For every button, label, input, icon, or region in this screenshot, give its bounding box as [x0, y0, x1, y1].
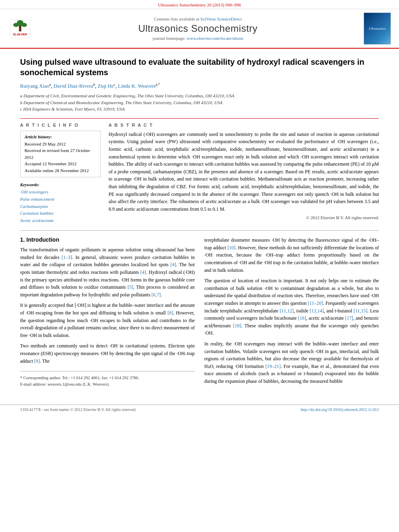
ref-17[interactable]: [17]: [345, 315, 353, 321]
keyword-5: Acetic acid/acetate: [20, 217, 101, 224]
svg-text:ELSEVIER: ELSEVIER: [13, 33, 27, 36]
elsevier-logo-icon: ELSEVIER: [8, 18, 32, 40]
ref-8[interactable]: [8]: [167, 310, 173, 316]
intro-para-3: Two methods are commonly used to detect …: [20, 342, 195, 365]
right-para-2: The question of location of reaction is …: [204, 277, 379, 337]
sciverse-line: Contents lists available at SciVerse Sci…: [32, 16, 364, 21]
available-date: Available online 28 November 2012: [25, 167, 96, 174]
abstract-label: A B S T R A C T: [109, 123, 379, 127]
journal-center: Contents lists available at SciVerse Sci…: [32, 16, 364, 41]
homepage-link[interactable]: www.elsevier.com/locate/ultson: [187, 36, 243, 41]
keyword-1: ·OH scavengers: [20, 189, 101, 196]
intro-para-1: The transformation of organic pollutants…: [20, 246, 195, 298]
journal-ref-text: Ultrasonics Sonochemistry 20 (2013) 990–…: [158, 2, 241, 7]
footnote-corresponding: * Corresponding author. Tel.: +1 614 292…: [20, 375, 195, 381]
ref-11-20[interactable]: [11–20]: [308, 300, 323, 306]
journal-thumbnail: Ultrasonics: [364, 12, 391, 45]
ref-11-15[interactable]: [11,15]: [354, 308, 368, 314]
doi-line[interactable]: http://dx.doi.org/10.1016/j.ultsonch.201…: [301, 407, 379, 412]
right-para-1: terephthalate dosimeter measures ·OH by …: [204, 236, 379, 274]
journal-header: ELSEVIER Contents lists available at Sci…: [0, 9, 399, 49]
affil-c: c HSA Engineers & Scientists, Fort Myers…: [20, 106, 379, 113]
sciverse-link[interactable]: SciVerse ScienceDirect: [200, 16, 242, 21]
main-content: Using pulsed wave ultrasound to evaluate…: [0, 49, 399, 401]
ref-10[interactable]: [10]: [227, 245, 235, 251]
journal-reference-bar: Ultrasonics Sonochemistry 20 (2013) 990–…: [0, 0, 399, 9]
bottom-bar: 1350-4177/$ - see front matter © 2012 El…: [0, 405, 399, 414]
received-date: Received 29 May 2012: [25, 141, 96, 148]
elsevier-logo-area: ELSEVIER: [8, 18, 32, 40]
article-info-abstract-section: A R T I C L E I N F O Article history: R…: [20, 118, 379, 224]
keyword-2: Pulse enhancement: [20, 196, 101, 203]
affil-b: b Department of Chemical and Biomolecula…: [20, 99, 379, 106]
body-left-column: 1. Introduction The transformation of or…: [20, 236, 195, 388]
svg-rect-5: [19, 25, 21, 31]
author-ziqi[interactable]: Ziqi He: [98, 83, 114, 89]
abstract-column: A B S T R A C T Hydroxyl radical (·OH) s…: [109, 123, 379, 224]
author-ruiyang[interactable]: Ruiyang Xiao: [20, 83, 49, 89]
keywords-box: Keywords: ·OH scavengers Pulse enhanceme…: [20, 182, 101, 224]
author-linda[interactable]: Linda K. Weavers: [118, 83, 156, 89]
article-title: Using pulsed wave ultrasound to evaluate…: [20, 57, 379, 78]
keywords-heading: Keywords:: [20, 182, 101, 187]
ref-4a[interactable]: [4]: [171, 262, 176, 267]
ref-18[interactable]: [18]: [233, 323, 241, 329]
ref-1-3[interactable]: [1–3]: [62, 255, 72, 260]
svg-point-4: [21, 23, 27, 27]
author-david[interactable]: David Diaz-Rivera: [53, 83, 93, 89]
ref-16[interactable]: [16]: [298, 315, 306, 321]
body-content: 1. Introduction The transformation of or…: [20, 236, 379, 388]
intro-para-2: It is generally accepted that [·OH] is h…: [20, 302, 195, 339]
affil-a: a Department of Civil, Environmental and…: [20, 92, 379, 99]
right-para-3: In reality, the ·OH scavengers may inter…: [204, 340, 379, 385]
authors-line: Ruiyang Xiaoa, David Diaz-Riverab, Ziqi …: [20, 82, 379, 89]
footnote-email: E-mail address: weavers.1@osu.edu (L.K. …: [20, 381, 195, 388]
ref-5[interactable]: [5]: [128, 284, 133, 290]
article-history-box: Article history: Received 29 May 2012 Re…: [20, 131, 101, 178]
abstract-text: Hydroxyl radical (·OH) scavengers are co…: [109, 131, 379, 213]
history-heading: Article history:: [25, 134, 96, 139]
ref-13-14[interactable]: [13,14]: [310, 308, 324, 314]
ref-9[interactable]: [9]: [34, 358, 40, 364]
ref-6-7[interactable]: [6,7]: [152, 292, 161, 298]
ref-4b[interactable]: [4]: [140, 269, 146, 275]
svg-point-3: [13, 23, 19, 27]
footnote-area: * Corresponding author. Tel.: +1 614 292…: [20, 371, 195, 388]
accepted-date: Accepted 12 November 2012: [25, 160, 96, 167]
article-info-label: A R T I C L E I N F O: [20, 123, 101, 127]
homepage-line: journal homepage: www.elsevier.com/locat…: [32, 36, 364, 41]
issn-line: 1350-4177/$ - see front matter © 2012 El…: [20, 407, 136, 412]
affiliations: a Department of Civil, Environmental and…: [20, 92, 379, 113]
section-divider: [20, 230, 379, 231]
ref-19-21[interactable]: [19–21]: [265, 364, 281, 369]
keyword-4: Cavitation bubbles: [20, 210, 101, 217]
body-right-column: terephthalate dosimeter measures ·OH by …: [204, 236, 379, 388]
intro-heading: 1. Introduction: [20, 236, 195, 243]
keyword-3: Carbamazepine: [20, 203, 101, 210]
copyright: © 2012 Elsevier B.V. All rights reserved…: [109, 215, 379, 220]
journal-title: Ultrasonics Sonochemistry: [32, 23, 364, 34]
article-info-column: A R T I C L E I N F O Article history: R…: [20, 123, 101, 224]
ref-11-12[interactable]: [11,12]: [280, 308, 294, 314]
revised-date: Received in revised form 27 October 2012: [25, 147, 96, 160]
